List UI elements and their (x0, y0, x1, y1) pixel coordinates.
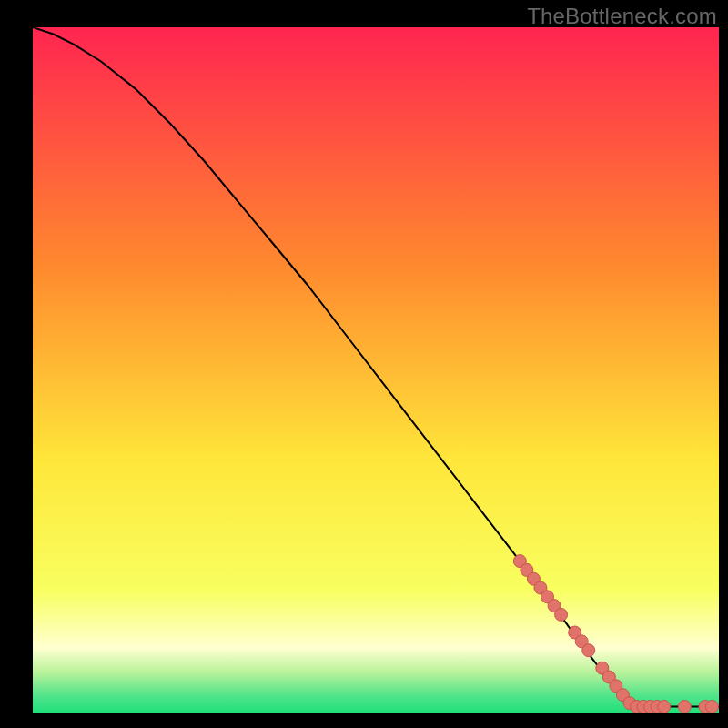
chart-plot (33, 27, 719, 713)
data-marker (555, 608, 568, 621)
data-marker (705, 700, 718, 713)
data-marker (582, 644, 595, 657)
gradient-background (33, 27, 719, 713)
data-marker (678, 700, 691, 713)
data-marker (658, 700, 671, 713)
watermark-text: TheBottleneck.com (527, 4, 717, 29)
